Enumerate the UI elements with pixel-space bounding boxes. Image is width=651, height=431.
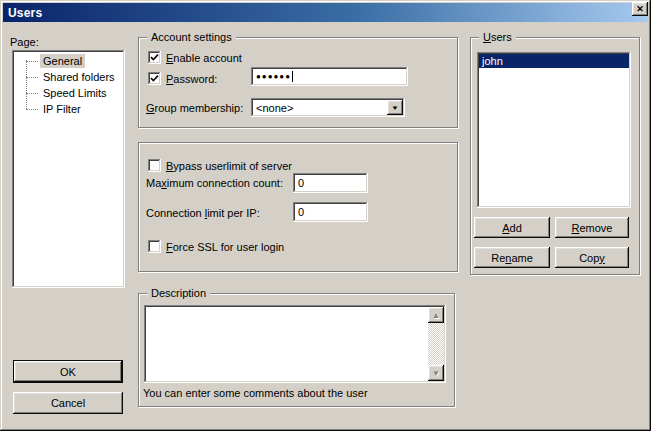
close-icon: ✕ — [636, 5, 644, 14]
copy-button-label: Copy — [579, 252, 605, 264]
dropdown-button[interactable]: ▼ — [387, 100, 403, 115]
users-group: Users john Add Remove Rename Copy — [470, 37, 640, 275]
enable-account-checkbox[interactable] — [148, 51, 161, 64]
enable-account-label[interactable]: Enable account — [166, 52, 242, 64]
add-button[interactable]: Add — [474, 217, 550, 238]
page-tree: General Shared folders Speed Limits IP F… — [14, 53, 123, 285]
page-label: Page: — [10, 36, 39, 48]
tree-item-label[interactable]: Shared folders — [40, 70, 118, 84]
rename-button-label: Rename — [491, 252, 533, 264]
tree-branch-icon — [26, 93, 38, 94]
users-dialog: Users ✕ Page: General Shared folders Spe… — [0, 0, 651, 431]
users-list[interactable]: john — [477, 52, 631, 208]
users-group-title: Users — [479, 31, 516, 43]
copy-button[interactable]: Copy — [555, 247, 629, 268]
window-title: Users — [3, 6, 42, 20]
ok-button[interactable]: OK — [13, 360, 123, 383]
force-ssl-label[interactable]: Force SSL for user login — [166, 241, 284, 253]
rename-button[interactable]: Rename — [474, 247, 550, 268]
tree-branch-icon — [26, 61, 38, 62]
max-connection-input[interactable]: 0 — [293, 173, 368, 193]
password-checkbox[interactable] — [148, 72, 161, 85]
ok-button-label: OK — [60, 366, 76, 378]
password-value: ●●●●●● — [256, 72, 291, 81]
ip-limit-input[interactable]: 0 — [293, 202, 368, 222]
description-title: Description — [147, 287, 210, 299]
check-icon — [150, 53, 159, 62]
text-cursor — [292, 71, 293, 82]
force-ssl-row: Force SSL for user login — [148, 240, 284, 253]
enable-account-row: Enable account — [148, 51, 242, 64]
select-value: <none> — [256, 102, 293, 114]
add-button-label: Add — [502, 222, 522, 234]
bypass-userlimit-checkbox[interactable] — [148, 159, 161, 172]
tree-item-label[interactable]: Speed Limits — [40, 86, 110, 100]
bypass-userlimit-label[interactable]: Bypass userlimit of server — [166, 160, 292, 172]
page-list[interactable]: General Shared folders Speed Limits IP F… — [12, 50, 125, 288]
remove-button-label: Remove — [572, 222, 613, 234]
cancel-button-label: Cancel — [51, 397, 85, 409]
max-connection-label: Maximum connection count: — [146, 177, 283, 189]
tree-item-label[interactable]: General — [40, 54, 85, 68]
close-button[interactable]: ✕ — [632, 2, 648, 16]
remove-button[interactable]: Remove — [555, 217, 629, 238]
cancel-button[interactable]: Cancel — [13, 392, 123, 414]
account-settings-group: Account settings Enable account Password… — [138, 37, 458, 128]
scroll-down-icon: ▼ — [432, 369, 440, 378]
vertical-scrollbar[interactable]: ▲ ▼ — [428, 307, 444, 381]
ip-limit-label: Connection limit per IP: — [146, 207, 260, 219]
tree-item-shared-folders[interactable]: Shared folders — [14, 69, 123, 85]
chevron-down-icon: ▼ — [391, 105, 399, 111]
description-hint: You can enter some comments about the us… — [143, 387, 368, 399]
description-textarea[interactable]: ▲ ▼ — [144, 305, 446, 383]
ip-limit-value: 0 — [298, 206, 304, 218]
tree-branch-icon — [26, 77, 38, 78]
tree-item-ip-filter[interactable]: IP Filter — [14, 101, 123, 117]
password-input[interactable]: ●●●●●● — [251, 67, 408, 86]
scroll-up-button[interactable]: ▲ — [428, 307, 444, 323]
user-item-john[interactable]: john — [479, 54, 629, 68]
group-membership-select[interactable]: <none> ▼ — [251, 98, 405, 117]
scroll-down-button[interactable]: ▼ — [428, 365, 444, 381]
description-group: Description ▲ ▼ You can enter some comme… — [138, 293, 455, 407]
description-text — [147, 308, 426, 380]
tree-item-general[interactable]: General — [14, 53, 123, 69]
check-icon — [150, 74, 159, 83]
user-item-label: john — [482, 55, 503, 67]
tree-item-speed-limits[interactable]: Speed Limits — [14, 85, 123, 101]
password-label[interactable]: Password: — [166, 73, 217, 85]
tree-branch-icon — [26, 109, 38, 110]
title-bar[interactable]: Users — [3, 3, 648, 22]
connection-limits-group: Bypass userlimit of server Maximum conne… — [138, 142, 458, 272]
group-membership-label: Group membership: — [146, 102, 243, 114]
account-settings-title: Account settings — [147, 31, 236, 43]
scroll-up-icon: ▲ — [432, 311, 440, 320]
password-row: Password: — [148, 72, 217, 85]
force-ssl-checkbox[interactable] — [148, 240, 161, 253]
max-connection-value: 0 — [298, 177, 304, 189]
tree-item-label[interactable]: IP Filter — [40, 102, 84, 116]
bypass-userlimit-row: Bypass userlimit of server — [148, 159, 292, 172]
